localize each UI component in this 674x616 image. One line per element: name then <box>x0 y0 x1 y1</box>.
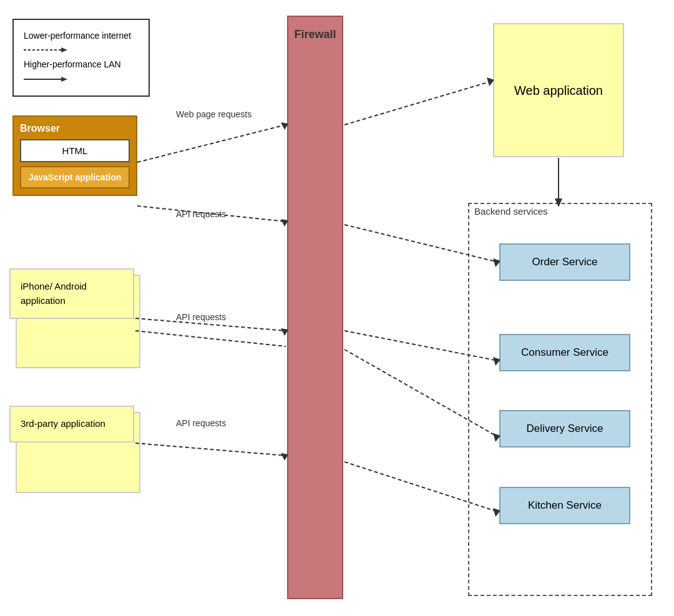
diagram-container: Lower-performance internet Higher-perfor… <box>0 0 674 616</box>
kitchen-service-box: Kitchen Service <box>499 487 630 524</box>
delivery-service-label: Delivery Service <box>527 423 603 434</box>
webapp-box: Web application <box>493 23 624 157</box>
backend-label: Backend services <box>474 206 548 217</box>
api-requests-label-1: API requests <box>176 209 226 219</box>
iphone-label: iPhone/ Android application <box>21 281 87 306</box>
legend-row-higher: Higher-performance LAN <box>24 57 139 71</box>
webapp-label: Web application <box>514 82 603 99</box>
firewall-box: Firewall <box>287 16 343 599</box>
order-service-box: Order Service <box>499 243 630 281</box>
browser-box: Browser HTML JavaScript application <box>12 115 137 196</box>
third-party-label: 3rd-party application <box>21 418 105 429</box>
consumer-service-box: Consumer Service <box>499 334 630 371</box>
svg-marker-1 <box>61 47 67 52</box>
legend-box: Lower-performance internet Higher-perfor… <box>12 19 150 97</box>
third-party-box: 3rd-party application <box>9 406 134 442</box>
solid-arrow-icon <box>24 74 67 84</box>
kitchen-service-label: Kitchen Service <box>528 499 602 511</box>
web-page-requests-label: Web page requests <box>176 109 252 119</box>
dotted-arrow-icon <box>24 45 67 55</box>
consumer-service-label: Consumer Service <box>521 346 608 358</box>
svg-line-14 <box>135 331 286 346</box>
svg-line-6 <box>344 81 492 125</box>
js-box: JavaScript application <box>20 166 130 188</box>
svg-line-19 <box>135 443 286 456</box>
legend-row-lower: Lower-performance internet <box>24 29 139 42</box>
firewall-label: Firewall <box>294 28 336 41</box>
svg-marker-3 <box>61 77 67 82</box>
legend-arrow-solid-row <box>24 74 139 84</box>
svg-line-4 <box>137 125 286 162</box>
legend-lower-label: Lower-performance internet <box>24 29 131 42</box>
api-requests-label-3: API requests <box>176 418 226 428</box>
legend-higher-label: Higher-performance LAN <box>24 57 121 71</box>
delivery-service-box: Delivery Service <box>499 410 630 447</box>
order-service-label: Order Service <box>532 256 598 268</box>
iphone-box: iPhone/ Android application <box>9 268 134 319</box>
legend-arrow-dotted-row <box>24 45 139 55</box>
api-requests-label-2: API requests <box>176 312 226 322</box>
html-box: HTML <box>20 139 130 162</box>
browser-title: Browser <box>20 123 130 134</box>
